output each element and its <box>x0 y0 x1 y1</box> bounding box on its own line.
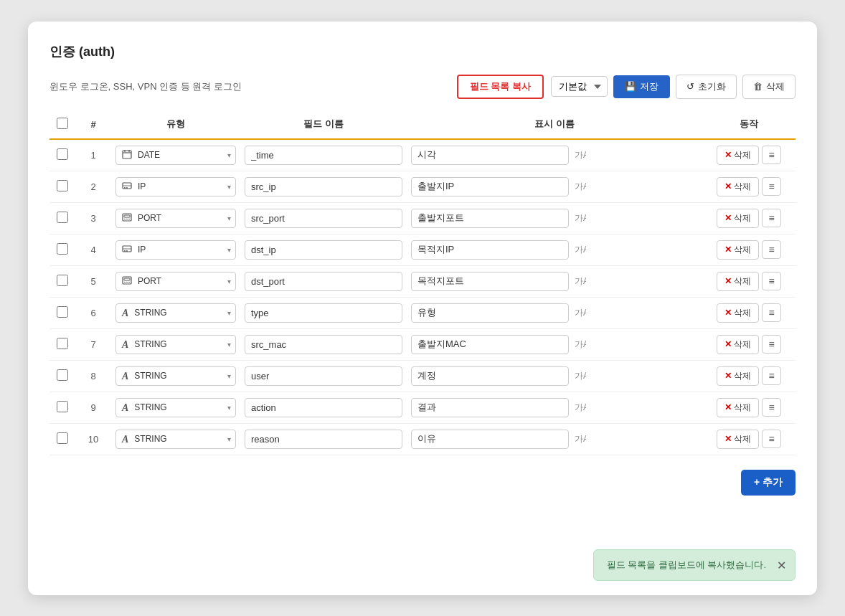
translate-icon[interactable]: 가A <box>573 211 586 226</box>
row-delete-button[interactable]: ✕삭제 <box>717 303 759 323</box>
row-checkbox[interactable] <box>57 148 68 160</box>
field-name-input[interactable] <box>245 272 402 291</box>
display-name-input[interactable] <box>411 240 569 260</box>
field-name-input[interactable] <box>245 240 402 260</box>
row-delete-button[interactable]: ✕삭제 <box>717 430 759 449</box>
row-menu-button[interactable]: ≡ <box>762 398 780 417</box>
type-select[interactable]: PORT▾ <box>115 272 236 291</box>
x-icon: ✕ <box>724 434 732 444</box>
display-name-input[interactable] <box>411 366 569 386</box>
row-menu-button[interactable]: ≡ <box>762 272 780 290</box>
row-number: 8 <box>75 360 111 392</box>
col-header-field-name: 필드 이름 <box>240 110 407 139</box>
row-menu-button[interactable]: ≡ <box>762 209 780 227</box>
type-select[interactable]: PORT▾ <box>115 209 236 228</box>
row-delete-button[interactable]: ✕삭제 <box>717 398 759 417</box>
x-icon: ✕ <box>724 181 732 191</box>
trash-icon: 🗑 <box>753 81 763 92</box>
row-menu-button[interactable]: ≡ <box>762 303 780 322</box>
field-name-input[interactable] <box>245 303 402 323</box>
row-delete-button[interactable]: ✕삭제 <box>717 335 759 354</box>
row-delete-button[interactable]: ✕삭제 <box>717 240 759 260</box>
row-menu-button[interactable]: ≡ <box>762 177 780 196</box>
row-menu-button[interactable]: ≡ <box>762 430 780 448</box>
row-checkbox[interactable] <box>57 338 68 349</box>
display-name-input[interactable] <box>411 398 569 417</box>
svg-point-13 <box>126 218 128 219</box>
row-checkbox[interactable] <box>57 180 68 191</box>
svg-text:가A: 가A <box>575 402 586 412</box>
field-name-input[interactable] <box>245 398 402 417</box>
row-number: 5 <box>75 265 111 297</box>
translate-icon[interactable]: 가A <box>573 242 586 257</box>
type-select[interactable]: ASTRING▾ <box>115 366 236 386</box>
row-checkbox[interactable] <box>57 401 68 412</box>
field-name-input[interactable] <box>245 209 402 228</box>
translate-icon[interactable]: 가A <box>573 337 586 352</box>
display-name-input[interactable] <box>411 177 569 196</box>
display-name-input[interactable] <box>411 146 569 165</box>
table-row: 10ASTRING▾가A✕삭제≡ <box>49 423 796 455</box>
select-all-checkbox[interactable] <box>57 118 68 129</box>
display-name-input[interactable] <box>411 209 569 228</box>
row-checkbox[interactable] <box>57 212 68 223</box>
translate-icon[interactable]: 가A <box>573 148 586 163</box>
default-select[interactable]: 기본값 <box>551 76 608 97</box>
toast-close-button[interactable]: ✕ <box>777 558 786 572</box>
row-delete-button[interactable]: ✕삭제 <box>717 146 759 165</box>
display-name-input[interactable] <box>411 303 569 323</box>
row-checkbox[interactable] <box>57 369 68 381</box>
translate-icon[interactable]: 가A <box>573 179 586 194</box>
chevron-down-icon: ▾ <box>227 341 231 349</box>
row-menu-button[interactable]: ≡ <box>762 366 780 385</box>
translate-icon[interactable]: 가A <box>573 400 586 415</box>
field-table-container: # 유형 필드 이름 표시 이름 동작 1DATE▾가A✕삭제≡2IP▾가A✕삭… <box>49 110 796 455</box>
row-number: 2 <box>75 171 111 202</box>
translate-icon[interactable]: 가A <box>573 369 586 384</box>
translate-icon[interactable]: 가A <box>573 305 586 321</box>
x-icon: ✕ <box>724 339 732 349</box>
field-name-input[interactable] <box>245 177 402 196</box>
menu-icon: ≡ <box>768 212 774 224</box>
row-menu-button[interactable]: ≡ <box>762 146 780 164</box>
menu-icon: ≡ <box>768 275 774 287</box>
display-name-input[interactable] <box>411 272 569 291</box>
row-delete-button[interactable]: ✕삭제 <box>717 366 759 386</box>
type-icon: A <box>122 338 128 351</box>
type-select[interactable]: ASTRING▾ <box>115 398 236 417</box>
type-select[interactable]: ASTRING▾ <box>115 430 236 449</box>
field-name-input[interactable] <box>245 430 402 449</box>
row-delete-button[interactable]: ✕삭제 <box>717 177 759 196</box>
menu-icon: ≡ <box>768 149 774 161</box>
translate-icon[interactable]: 가A <box>573 274 586 289</box>
x-icon: ✕ <box>724 276 732 286</box>
field-name-input[interactable] <box>245 366 402 386</box>
svg-text:가A: 가A <box>575 339 586 349</box>
reset-button[interactable]: ↺ 초기화 <box>676 75 737 99</box>
row-checkbox[interactable] <box>57 432 68 444</box>
save-button[interactable]: 💾 저장 <box>613 75 670 98</box>
field-name-input[interactable] <box>245 146 402 165</box>
row-delete-button[interactable]: ✕삭제 <box>717 272 759 291</box>
field-name-input[interactable] <box>245 335 402 354</box>
chevron-down-icon: ▾ <box>227 278 231 285</box>
type-select[interactable]: IP▾ <box>115 177 236 196</box>
type-select[interactable]: ASTRING▾ <box>115 335 236 354</box>
delete-button[interactable]: 🗑 삭제 <box>742 75 796 99</box>
row-menu-button[interactable]: ≡ <box>762 335 780 354</box>
row-checkbox[interactable] <box>57 275 68 286</box>
translate-icon[interactable]: 가A <box>573 432 586 447</box>
row-checkbox[interactable] <box>57 306 68 318</box>
row-delete-button[interactable]: ✕삭제 <box>717 209 759 228</box>
menu-icon: ≡ <box>768 402 774 413</box>
add-btn-row: + 추가 <box>49 470 796 503</box>
type-select[interactable]: DATE▾ <box>115 146 236 165</box>
type-select[interactable]: IP▾ <box>115 240 236 260</box>
row-menu-button[interactable]: ≡ <box>762 240 780 259</box>
display-name-input[interactable] <box>411 335 569 354</box>
add-field-button[interactable]: + 추가 <box>741 470 796 496</box>
copy-fields-button[interactable]: 필드 목록 복사 <box>457 75 544 99</box>
type-select[interactable]: ASTRING▾ <box>115 303 236 323</box>
display-name-input[interactable] <box>411 430 569 449</box>
row-checkbox[interactable] <box>57 243 68 255</box>
